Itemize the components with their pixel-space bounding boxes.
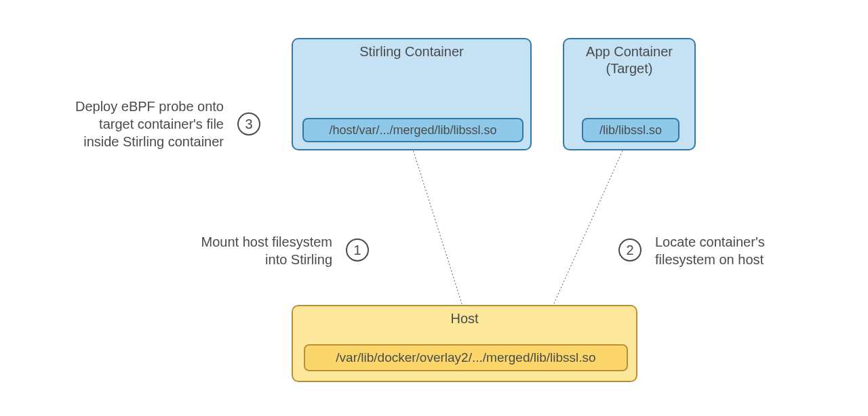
step-2-number: 2 <box>626 243 633 258</box>
host-title: Host <box>293 306 636 327</box>
step-1-circle: 1 <box>346 238 369 262</box>
app-container-title: App Container (Target) <box>564 39 694 77</box>
step-3-label: Deploy eBPF probe onto target container'… <box>47 98 224 150</box>
step-3-circle: 3 <box>237 112 260 136</box>
host-box: Host /var/lib/docker/overlay2/.../merged… <box>292 305 637 382</box>
app-title-line2: (Target) <box>606 61 653 76</box>
app-title-line1: App Container <box>586 44 673 59</box>
step-1-line2: into Stirling <box>265 252 332 267</box>
step-1-line1: Mount host filesystem <box>201 234 332 249</box>
stirling-path-box: /host/var/.../merged/lib/libssl.so <box>302 118 524 142</box>
step-3-line3: inside Stirling container <box>83 134 224 149</box>
host-path-text: /var/lib/docker/overlay2/.../merged/lib/… <box>336 350 595 365</box>
app-container-box: App Container (Target) /lib/libssl.so <box>563 38 696 150</box>
step-3-number: 3 <box>245 117 252 132</box>
step-3-line2: target container's file <box>99 117 224 131</box>
step-2-circle: 2 <box>618 238 642 262</box>
stirling-container-title: Stirling Container <box>293 39 530 60</box>
app-path-text: /lib/libssl.so <box>599 123 662 138</box>
step-3-line1: Deploy eBPF probe onto <box>75 99 224 114</box>
step-2-line1: Locate container's <box>655 234 765 249</box>
host-path-box: /var/lib/docker/overlay2/.../merged/lib/… <box>304 344 628 371</box>
step-1-number: 1 <box>353 243 361 258</box>
stirling-container-box: Stirling Container /host/var/.../merged/… <box>292 38 532 150</box>
stirling-path-text: /host/var/.../merged/lib/libssl.so <box>329 123 496 138</box>
diagram-stage: Stirling Container /host/var/.../merged/… <box>0 0 868 416</box>
step-2-line2: filesystem on host <box>655 252 764 267</box>
step-2-label: Locate container's filesystem on host <box>655 233 811 268</box>
app-path-box: /lib/libssl.so <box>582 118 679 142</box>
step-1-label: Mount host filesystem into Stirling <box>176 233 332 268</box>
